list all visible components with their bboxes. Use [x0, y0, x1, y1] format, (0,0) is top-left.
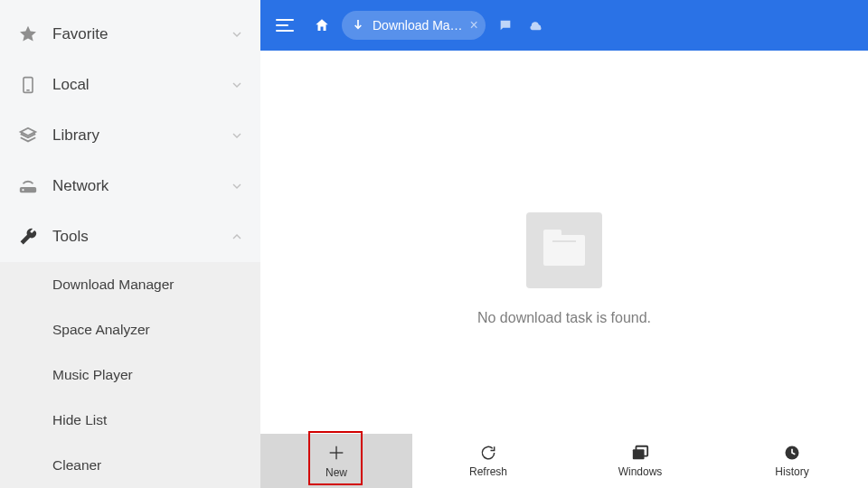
content-area: No download task is found.	[260, 51, 868, 488]
bottom-refresh-button[interactable]: Refresh	[412, 434, 564, 488]
network-icon	[16, 177, 40, 195]
sidebar-item-network[interactable]: Network	[0, 161, 260, 211]
sub-item-label: Hide List	[52, 412, 107, 428]
chevron-down-icon	[230, 128, 244, 143]
chevron-up-icon	[230, 230, 244, 244]
bottom-bar: New Refresh Windows History	[260, 434, 868, 488]
sidebar-item-label: Favorite	[52, 25, 230, 43]
sidebar-item-local[interactable]: Local	[0, 60, 260, 110]
bottom-item-label: New	[326, 466, 347, 479]
chat-icon[interactable]	[495, 14, 516, 36]
menu-button[interactable]	[268, 8, 302, 42]
bottom-history-button[interactable]: History	[716, 434, 868, 488]
sub-item-hide-list[interactable]: Hide List	[0, 398, 260, 443]
sidebar-item-label: Local	[52, 76, 230, 94]
bottom-item-label: History	[775, 465, 808, 478]
sidebar-item-tools[interactable]: Tools	[0, 211, 260, 262]
svg-point-3	[22, 189, 24, 191]
sub-item-space-analyzer[interactable]: Space Analyzer	[0, 307, 260, 352]
bottom-windows-button[interactable]: Windows	[564, 434, 716, 488]
main-area: Download Ma… × No download task is found…	[260, 0, 868, 488]
empty-folder-icon	[526, 212, 602, 288]
bottom-item-label: Refresh	[469, 465, 507, 478]
top-bar: Download Ma… ×	[260, 0, 868, 51]
bottom-item-label: Windows	[618, 465, 663, 478]
tab-download-manager[interactable]: Download Ma… ×	[342, 11, 486, 40]
sub-item-download-manager[interactable]: Download Manager	[0, 262, 260, 307]
windows-icon	[630, 444, 650, 462]
plus-icon	[326, 443, 346, 463]
sidebar-item-label: Network	[52, 177, 230, 195]
sidebar-item-favorite[interactable]: Favorite	[0, 9, 260, 60]
cloud-icon[interactable]	[525, 14, 547, 36]
chevron-down-icon	[230, 78, 244, 92]
sidebar-item-label: Library	[52, 127, 230, 145]
tab-label: Download Ma…	[373, 18, 463, 33]
sub-item-music-player[interactable]: Music Player	[0, 352, 260, 398]
chevron-down-icon	[230, 179, 244, 193]
app-root: Favorite Local Library	[0, 0, 868, 488]
wrench-icon	[16, 227, 40, 247]
star-icon	[16, 24, 40, 44]
bottom-new-button[interactable]: New	[260, 434, 412, 488]
empty-message: No download task is found.	[477, 310, 651, 326]
sub-item-cleaner[interactable]: Cleaner	[0, 443, 260, 488]
sub-item-label: Cleaner	[52, 457, 101, 474]
sidebar: Favorite Local Library	[0, 0, 260, 488]
close-icon[interactable]: ×	[470, 18, 478, 33]
sidebar-item-library[interactable]: Library	[0, 110, 260, 161]
sub-item-label: Space Analyzer	[52, 322, 150, 338]
svg-rect-6	[633, 449, 645, 459]
sub-item-label: Music Player	[52, 367, 133, 383]
phone-icon	[16, 75, 40, 95]
sidebar-tools-submenu: Download Manager Space Analyzer Music Pl…	[0, 262, 260, 488]
home-icon[interactable]	[311, 14, 333, 36]
library-icon	[16, 126, 40, 145]
history-icon	[783, 444, 801, 462]
chevron-down-icon	[230, 27, 244, 42]
refresh-icon	[479, 444, 497, 462]
sub-item-label: Download Manager	[52, 277, 174, 293]
hamburger-icon	[276, 19, 294, 32]
sidebar-item-label: Tools	[52, 228, 230, 246]
download-icon	[351, 18, 365, 33]
